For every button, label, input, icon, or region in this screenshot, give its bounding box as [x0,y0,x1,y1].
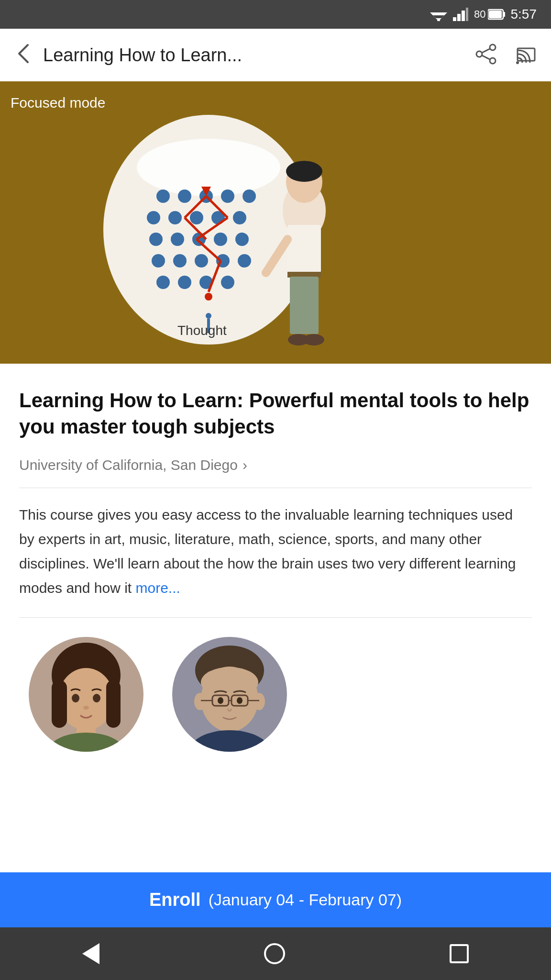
enroll-button[interactable]: Enroll (January 04 - February 07) [0,872,551,927]
back-nav-icon [82,943,99,964]
svg-point-20 [156,189,170,203]
svg-point-88 [237,697,242,704]
signal-icon [453,8,468,21]
status-time: 5:57 [511,7,537,22]
svg-line-14 [482,49,490,53]
svg-point-79 [253,693,265,710]
svg-rect-4 [453,17,456,21]
svg-point-33 [214,233,227,246]
svg-point-51 [205,293,212,301]
bottom-nav [0,927,551,980]
nav-bar: Learning How to Learn... [0,29,551,81]
back-button[interactable] [14,43,33,67]
content-area: Learning How to Learn: Powerful mental t… [0,364,551,881]
svg-point-24 [242,189,256,203]
svg-rect-5 [457,14,461,21]
home-nav-button[interactable] [264,943,285,964]
svg-point-36 [173,254,187,267]
instructor-avatar-female [29,637,143,752]
svg-point-17 [516,61,519,64]
svg-text:Thought: Thought [177,323,227,338]
video-overlay-label: Focused mode [11,95,105,111]
share-icon [475,44,496,65]
svg-point-40 [156,276,170,289]
svg-line-15 [482,56,490,59]
svg-point-23 [221,189,234,203]
svg-point-77 [201,667,258,698]
course-title: Learning How to Learn: Powerful mental t… [19,388,532,440]
wifi-icon [430,8,447,21]
home-nav-icon [264,943,285,964]
svg-rect-68 [106,680,121,728]
enroll-date-range: (January 04 - February 07) [209,891,402,909]
svg-point-30 [149,233,163,246]
more-link[interactable]: more... [135,580,180,596]
enroll-label: Enroll [149,890,201,910]
cast-icon [516,44,537,65]
svg-rect-10 [489,11,502,18]
svg-rect-7 [466,8,468,21]
svg-rect-58 [287,225,321,273]
svg-rect-60 [290,277,319,334]
recents-nav-button[interactable] [450,944,469,963]
svg-point-29 [233,211,246,224]
svg-point-72 [93,694,100,702]
svg-point-25 [147,211,160,224]
svg-point-13 [490,58,496,64]
svg-point-62 [303,334,324,345]
university-name: University of California, San Diego [19,457,238,473]
svg-point-31 [171,233,184,246]
recents-nav-icon [450,944,469,963]
svg-point-35 [152,254,165,267]
svg-point-73 [83,706,89,710]
status-bar: 80 5:57 [0,0,551,29]
status-icons: 80 5:57 [430,7,537,22]
svg-point-78 [194,693,206,710]
svg-point-12 [476,51,482,57]
svg-point-43 [221,276,234,289]
svg-rect-9 [503,12,505,17]
svg-rect-6 [462,11,465,21]
avatar-male-svg [172,637,287,752]
svg-point-21 [178,189,191,203]
svg-point-57 [286,161,322,182]
bottom-spacer [19,761,532,867]
instructor-avatar-male [172,637,287,752]
svg-point-37 [195,254,208,267]
svg-point-27 [190,211,203,224]
svg-point-41 [178,276,191,289]
nav-action-icons [475,44,537,67]
university-chevron-icon: › [242,457,247,473]
brain-illustration: Thought [0,81,551,364]
svg-point-87 [218,697,223,704]
share-button[interactable] [475,44,496,67]
cast-button[interactable] [516,44,537,67]
svg-point-71 [72,694,79,702]
video-thumbnail[interactable]: Focused mode [0,81,551,364]
page-title: Learning How to Learn... [43,45,475,66]
avatar-female-svg [29,637,143,752]
svg-point-11 [490,45,496,50]
battery-container: 80 [474,8,505,21]
section-divider [19,617,532,618]
svg-point-34 [235,233,249,246]
back-nav-button[interactable] [82,943,99,964]
battery-level: 80 [474,8,485,21]
svg-point-26 [168,211,182,224]
svg-rect-67 [52,680,67,728]
svg-point-39 [238,254,251,267]
course-description: This course gives you easy access to the… [19,502,532,600]
university-row[interactable]: University of California, San Diego › [19,457,532,488]
instructors-row [19,637,532,752]
battery-icon [488,9,505,20]
svg-point-52 [206,313,211,319]
